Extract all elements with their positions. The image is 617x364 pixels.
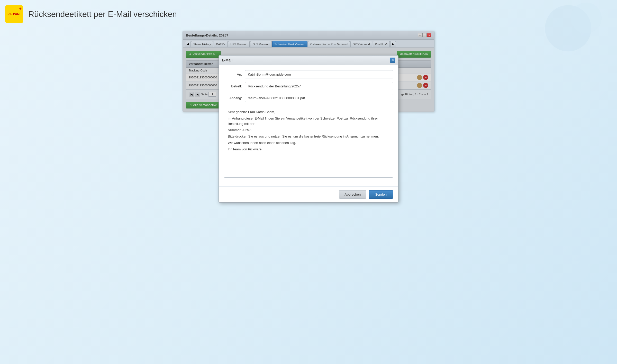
dialog-close-button[interactable]: ✕ (390, 58, 395, 63)
message-line-4: Nummer 20257. (228, 128, 389, 133)
logo-text: DIE POST (7, 12, 21, 16)
tab-datev[interactable]: DATEV (214, 41, 228, 47)
message-line-6: Wir wünschen Ihnen noch einen schönen Ta… (228, 140, 389, 146)
tab-status-history[interactable]: Status History (191, 41, 213, 47)
dialog-body: An: Betreff: Anhang: Sehr geehrte Frau K… (219, 65, 398, 186)
message-line-3: im Anhang dieser E-Mail finden Sie ein V… (228, 116, 389, 127)
betreff-row: Betreff: (224, 82, 393, 90)
window-controls: ─ □ ✕ (418, 33, 431, 37)
tab-dpd-versand[interactable]: DPD Versand (350, 41, 372, 47)
anhang-row: Anhang: (224, 94, 393, 102)
tabs-bar: ◀ Status History DATEV UPS Versand GLS V… (183, 40, 434, 48)
maximize-button[interactable]: □ (422, 33, 427, 37)
content-area: + Versandetikett h... deetikett hinzufüg… (183, 48, 434, 112)
tab-ups-versand[interactable]: UPS Versand (228, 41, 250, 47)
tab-postnl[interactable]: PostNL Vi (373, 41, 390, 47)
tab-schweizer-post[interactable]: Schweizer Post Versand (272, 41, 307, 47)
message-line-8: Ihr Team von Pickware. (228, 147, 389, 152)
dialog-footer: Abbrechen Senden (219, 186, 398, 202)
main-window: Bestellungs-Details: 20257 ─ □ ✕ ◀ Statu… (183, 31, 434, 112)
anhang-label: Anhang: (224, 96, 242, 100)
send-button[interactable]: Senden (369, 190, 393, 199)
close-button[interactable]: ✕ (427, 33, 431, 37)
message-line-1: Sehr geehrte Frau Katrin Bohm, (228, 110, 389, 115)
tab-gls-versand[interactable]: GLS Versand (250, 41, 271, 47)
dialog-title: E-Mail (222, 58, 232, 62)
an-row: An: (224, 70, 393, 78)
message-area[interactable]: Sehr geehrte Frau Katrin Bohm, im Anhang… (224, 106, 393, 178)
tab-oesterreichische-post[interactable]: Österreichische Post Versand (308, 41, 350, 47)
minimize-button[interactable]: ─ (418, 33, 422, 37)
tab-prev-arrow[interactable]: ◀ (185, 41, 190, 47)
an-label: An: (224, 72, 242, 76)
modal-overlay: E-Mail ✕ An: Betreff: Anhang: (183, 48, 434, 112)
logo: DIE POST + (5, 5, 23, 23)
betreff-label: Betreff: (224, 84, 242, 88)
dialog-header: E-Mail ✕ (219, 56, 398, 65)
window-title: Bestellungs-Details: 20257 (186, 33, 228, 37)
anhang-input[interactable] (245, 94, 393, 102)
window-titlebar: Bestellungs-Details: 20257 ─ □ ✕ (183, 31, 434, 40)
email-dialog: E-Mail ✕ An: Betreff: Anhang: (219, 55, 398, 203)
message-line-5: Bitte drucken Sie es aus und nutzen Sie … (228, 134, 389, 139)
an-input[interactable] (245, 70, 393, 78)
page-title: Rücksendeetikett per E-Mail verschicken (28, 10, 177, 19)
cancel-button[interactable]: Abbrechen (339, 190, 366, 199)
betreff-input[interactable] (245, 82, 393, 90)
page-header: DIE POST + Rücksendeetikett per E-Mail v… (5, 5, 612, 23)
tab-next-arrow[interactable]: ▶ (390, 41, 396, 47)
logo-cross: + (19, 6, 22, 12)
